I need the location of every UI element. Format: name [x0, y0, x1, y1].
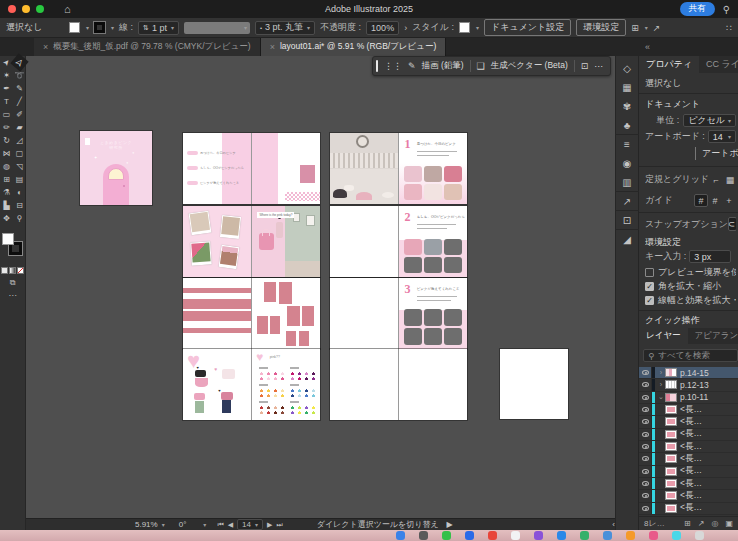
eraser-tool[interactable]: ▰	[13, 121, 26, 134]
close-window-button[interactable]	[8, 5, 16, 13]
visibility-eye-icon[interactable]	[639, 416, 652, 427]
layer-row-rect-9[interactable]: <長…	[639, 503, 738, 515]
graph-tool[interactable]: ▙	[0, 199, 13, 212]
eyedropper-tool[interactable]: ⚗	[0, 186, 13, 199]
artboard-spread-section3[interactable]: 3 ピンクが教えてくれたこと	[330, 278, 467, 349]
pen-tool[interactable]: ✒	[0, 82, 13, 95]
visibility-eye-icon[interactable]	[639, 367, 652, 378]
minimize-window-button[interactable]	[22, 5, 30, 13]
dock-app-icon[interactable]	[442, 531, 451, 540]
pathfinder-panel-icon[interactable]: ⊡	[615, 211, 639, 230]
unit-select[interactable]: ピクセル▾	[683, 114, 736, 127]
rotate-tool[interactable]: ↻	[0, 134, 13, 147]
zoom-level-select[interactable]: 5.91%▾	[132, 520, 168, 529]
visibility-eye-icon[interactable]	[639, 466, 652, 477]
preview-bounds-checkbox[interactable]	[645, 268, 654, 277]
dock-app-icon[interactable]	[488, 531, 497, 540]
export-icon[interactable]: ↗	[698, 519, 705, 528]
layer-row-p12-13[interactable]: › p.12-13	[639, 379, 738, 391]
fill-swatch[interactable]	[69, 22, 80, 33]
style-swatch[interactable]	[459, 22, 470, 33]
tab-cc-libraries[interactable]: CC ライブラリ	[699, 56, 738, 73]
fill-color-swatch[interactable]	[2, 233, 14, 245]
artboard-select[interactable]: 14▾	[708, 130, 736, 143]
scale-strokes-checkbox[interactable]: ✓	[645, 296, 654, 305]
mesh-tool[interactable]: ⊞	[0, 173, 13, 186]
line-segment-tool[interactable]: ╱	[13, 95, 26, 108]
tab-layers[interactable]: レイヤー	[639, 328, 688, 344]
show-guides-icon[interactable]: #	[694, 194, 708, 207]
artboard-tool[interactable]: ⊟	[13, 199, 26, 212]
color-mode-button[interactable]	[1, 267, 8, 274]
artboard-spread-outfits[interactable]: ♥ ♥ ♥ ♥ ♥ pink??	[183, 349, 320, 420]
width-profile-dropdown[interactable]: ▾	[184, 22, 250, 34]
artboard-spread-blank[interactable]	[330, 349, 467, 420]
scale-tool[interactable]: ◿	[13, 134, 26, 147]
stroke-panel-icon[interactable]: ≡	[615, 135, 639, 154]
draw-mode-button[interactable]: ⧉	[0, 278, 25, 288]
layer-row-rect-6[interactable]: <長…	[639, 466, 738, 478]
keyboard-increment-field[interactable]: 3 px	[689, 250, 731, 263]
snap-magnet-icon[interactable]: ∪	[728, 217, 736, 231]
control-bar-options-icon[interactable]: ∷	[726, 23, 732, 33]
dock-app-icon[interactable]	[557, 531, 566, 540]
visibility-eye-icon[interactable]	[639, 503, 652, 514]
expand-chevron-icon[interactable]: ›	[657, 369, 665, 376]
layers-search-input[interactable]: ⚲ すべてを検索	[643, 349, 738, 362]
expand-chevron-icon[interactable]: ›	[657, 381, 665, 388]
arrange-dropdown-icon[interactable]: ▾	[645, 24, 648, 31]
opacity-more-icon[interactable]: ›	[404, 23, 407, 33]
preferences-button[interactable]: 環境設定	[576, 19, 626, 36]
make-guides-icon[interactable]: +	[722, 194, 736, 207]
tab-properties[interactable]: プロパティ	[639, 56, 699, 73]
share-button[interactable]: 共有	[680, 2, 715, 16]
brushes-panel-icon[interactable]: ✾	[615, 97, 639, 116]
rotation-select[interactable]: 0°▾	[176, 520, 210, 529]
hand-tool[interactable]: ✥	[0, 212, 13, 225]
opacity-field[interactable]: 100%	[366, 21, 399, 35]
perspective-grid-tool[interactable]: ◹	[13, 160, 26, 173]
gradient-tool[interactable]: ▤	[13, 173, 26, 186]
new-layer-icon[interactable]: ▣	[725, 519, 733, 528]
layer-row-rect-3[interactable]: <長…	[639, 429, 738, 441]
stroke-swatch[interactable]	[94, 22, 105, 33]
layer-row-rect-2[interactable]: <長…	[639, 416, 738, 428]
artboard-spread-collage[interactable]: Where is the pink today?	[183, 206, 320, 277]
panel-icon[interactable]: ⊡	[581, 61, 589, 71]
dock-app-icon[interactable]	[396, 531, 405, 540]
lock-guides-icon[interactable]: #	[708, 194, 722, 207]
layer-row-rect-7[interactable]: <長…	[639, 478, 738, 490]
document-setup-button[interactable]: ドキュメント設定	[484, 19, 571, 36]
dock-app-icon[interactable]	[465, 531, 474, 540]
style-dropdown-icon[interactable]: ▾	[476, 24, 479, 31]
tab-document-1[interactable]: × 概要集_後期_仮.pdf @ 79.78 % (CMYK/プレビュー)	[34, 38, 261, 56]
visibility-eye-icon[interactable]	[639, 490, 652, 501]
dock-app-icon[interactable]	[419, 531, 428, 540]
libraries-panel-icon[interactable]: ▦	[615, 78, 639, 97]
close-tab-icon[interactable]: ×	[270, 42, 275, 52]
gradient-panel-icon[interactable]: ▥	[615, 173, 639, 192]
visibility-eye-icon[interactable]	[639, 453, 652, 464]
next-artboard-icon[interactable]: ▶	[267, 521, 272, 529]
blend-tool[interactable]: ◐	[13, 186, 26, 199]
dock-app-icon[interactable]	[534, 531, 543, 540]
shaper-tool[interactable]: ✏	[0, 121, 13, 134]
gradient-mode-button[interactable]	[9, 267, 16, 274]
grid-icon[interactable]: ▦	[723, 173, 736, 186]
artboard-number-select[interactable]: 14▾	[237, 519, 263, 530]
artboard-spread-section1[interactable]: 1 見つけた、今日のピンク	[330, 133, 467, 204]
dock-app-icon[interactable]	[672, 531, 681, 540]
rectangle-tool[interactable]: ▭	[0, 108, 13, 121]
brush-dropdown[interactable]: •3 pt. 丸筆▾	[255, 21, 315, 35]
visibility-eye-icon[interactable]	[639, 379, 652, 390]
visibility-eye-icon[interactable]	[639, 429, 652, 440]
dock-app-icon[interactable]	[649, 531, 658, 540]
scroll-left-icon[interactable]: ‹	[612, 520, 615, 529]
fill-dropdown-icon[interactable]: ▾	[86, 24, 89, 31]
shape-builder-tool[interactable]: ◍	[0, 160, 13, 173]
curvature-tool[interactable]: ✎	[13, 82, 26, 95]
3d-materials-panel-icon[interactable]: ◇	[615, 59, 639, 78]
symbols-panel-icon[interactable]: ♣	[615, 116, 639, 135]
edit-artboards-button[interactable]: アートボードを編集	[695, 147, 738, 160]
prev-artboard-icon[interactable]: ◀	[228, 521, 233, 529]
